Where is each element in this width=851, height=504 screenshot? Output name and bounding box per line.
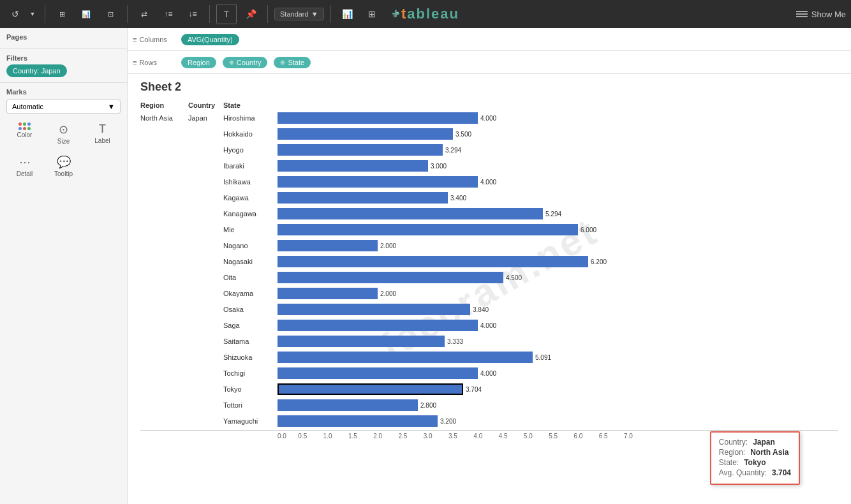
region-header: Region — [140, 101, 188, 109]
sort-asc-button[interactable]: ↑≡ — [158, 4, 179, 24]
show-me-button[interactable]: Show Me — [796, 10, 846, 19]
bar-header-space — [278, 101, 838, 109]
bar-label: 2.000 — [380, 290, 851, 297]
x-tick: 6.5 — [591, 433, 616, 440]
bar — [278, 112, 478, 124]
tooltip-region-row: Region: North Asia — [719, 448, 791, 457]
tooltip-avg-row: Avg. Quantity: 3.704 — [719, 468, 791, 477]
row-state: Hyogo — [223, 146, 278, 154]
row-state: Tottori — [223, 401, 278, 409]
bar-container: 3.704 — [278, 383, 838, 395]
separator-1 — [45, 5, 45, 23]
x-tick: 5.5 — [540, 433, 565, 440]
table-row[interactable]: North Asia Japan Hiroshima 4.000 — [140, 110, 838, 126]
state-header: State — [223, 101, 278, 109]
country-header: Country — [188, 101, 223, 109]
bar-label: 3.704 — [466, 386, 851, 393]
table-row[interactable]: Osaka 3.840 — [140, 302, 838, 317]
table-button[interactable]: ⊞ — [362, 4, 382, 24]
region-pill[interactable]: Region — [181, 57, 216, 68]
tooltip: Country: Japan Region: North Asia State:… — [710, 431, 800, 485]
row-state: Yamaguchi — [223, 417, 278, 425]
state-pill[interactable]: ⊕ State — [274, 57, 311, 68]
marks-type-dropdown[interactable]: Automatic ▼ — [6, 100, 121, 114]
table-row[interactable]: Hokkaido 3.500 — [140, 126, 838, 142]
row-state: Ishikawa — [223, 178, 278, 186]
table-row[interactable]: Mie 6.000 — [140, 222, 838, 237]
tooltip-state-row: State: Tokyo — [719, 458, 791, 467]
bar — [278, 415, 438, 427]
x-tick: 6.0 — [566, 433, 591, 440]
marks-color-item[interactable]: Color — [6, 119, 43, 149]
bar-container: 3.294 — [278, 144, 838, 156]
bar-label: 6.000 — [581, 226, 851, 233]
table-row[interactable]: Saga 4.000 — [140, 318, 838, 333]
table-row[interactable]: Shizuoka 5.091 — [140, 350, 838, 365]
bar-container: 4.500 — [278, 272, 838, 283]
new-sheet-button[interactable]: 📊 — [76, 4, 96, 24]
marks-title: Marks — [6, 88, 121, 96]
undo-button[interactable]: ↺ — [5, 4, 26, 24]
standard-dropdown[interactable]: Standard ▼ — [274, 8, 324, 20]
bar — [278, 336, 445, 347]
marks-size-item[interactable]: ⊙ Size — [45, 119, 82, 149]
tooltip-country-label: Country: — [719, 438, 748, 447]
tooltip-avg-label: Avg. Quantity: — [719, 468, 767, 477]
tooltip-avg-value: 3.704 — [772, 468, 791, 477]
sidebar: Pages Filters Country: Japan Marks Autom… — [0, 28, 128, 504]
size-icon: ⊙ — [59, 122, 68, 137]
table-row[interactable]: Ishikawa 4.000 — [140, 174, 838, 189]
bar — [278, 272, 503, 283]
bar-chart-button[interactable]: 📊 — [337, 4, 358, 24]
bar — [278, 224, 578, 235]
table-row[interactable]: Tochigi 4.000 — [140, 366, 838, 381]
marks-tooltip-item[interactable]: 💬 Tooltip — [45, 151, 82, 181]
bar-label: 5.091 — [535, 354, 851, 361]
table-row[interactable]: Saitama 3.333 — [140, 334, 838, 349]
table-row[interactable]: Kagawa 3.400 — [140, 190, 838, 205]
standard-label: Standard — [280, 10, 309, 18]
bar-label: 2.800 — [420, 402, 851, 409]
table-row[interactable]: Tottori 2.800 — [140, 397, 838, 413]
table-row[interactable]: Oita 4.500 — [140, 270, 838, 285]
bar-container: 3.200 — [278, 415, 838, 427]
country-label: Country — [237, 59, 262, 66]
x-tick: 4.0 — [466, 433, 491, 440]
table-row[interactable]: Hyogo 3.294 — [140, 142, 838, 158]
country-pill[interactable]: ⊕ Country — [223, 57, 268, 68]
bar — [278, 352, 533, 363]
swap-button[interactable]: ⇄ — [134, 4, 154, 24]
table-row[interactable]: Nagano 2.000 — [140, 238, 838, 253]
show-me-label: Show Me — [811, 10, 846, 19]
x-tick: 1.5 — [340, 433, 365, 440]
table-row[interactable]: Kanagawa 5.294 — [140, 206, 838, 221]
undo-dropdown[interactable]: ▼ — [27, 4, 38, 24]
text-button[interactable]: T — [216, 4, 237, 24]
table-row[interactable]: Ibaraki 3.000 — [140, 158, 838, 174]
tooltip-country-row: Country: Japan — [719, 438, 791, 447]
row-state: Saga — [223, 322, 278, 329]
marks-detail-item[interactable]: ⋯ Detail — [6, 151, 43, 181]
table-row[interactable]: Nagasaki 6.200 — [140, 254, 838, 269]
x-tick: 4.5 — [491, 433, 515, 440]
pin-button[interactable]: 📌 — [241, 4, 261, 24]
bar-container: 5.294 — [278, 208, 838, 219]
duplicate-button[interactable]: ⊡ — [100, 4, 121, 24]
tooltip-state-label: State: — [719, 458, 739, 467]
tableau-logo: +tableau — [392, 6, 459, 22]
marks-label-item[interactable]: T Label — [84, 119, 121, 149]
avg-quantity-pill[interactable]: AVG(Quantity) — [181, 34, 239, 45]
row-state: Shizuoka — [223, 353, 278, 361]
sort-desc-button[interactable]: ↓≡ — [182, 4, 203, 24]
country-filter-chip[interactable]: Country: Japan — [6, 64, 67, 77]
new-datasource-button[interactable]: ⊞ — [52, 4, 72, 24]
content-area: ≡ Columns AVG(Quantity) ≡ Rows Region ⊕ … — [128, 28, 851, 504]
table-row[interactable]: Tokyo 3.704 — [140, 382, 838, 397]
table-row[interactable]: Yamaguchi 3.200 — [140, 413, 838, 429]
chart-container: feecram.net Sheet 2 Region Country State… — [128, 74, 851, 504]
table-row[interactable]: Okayama 2.000 — [140, 286, 838, 301]
row-state: Ibaraki — [223, 162, 278, 170]
bar — [278, 367, 478, 379]
size-label: Size — [57, 138, 70, 145]
tooltip-region-value: North Asia — [750, 448, 788, 457]
